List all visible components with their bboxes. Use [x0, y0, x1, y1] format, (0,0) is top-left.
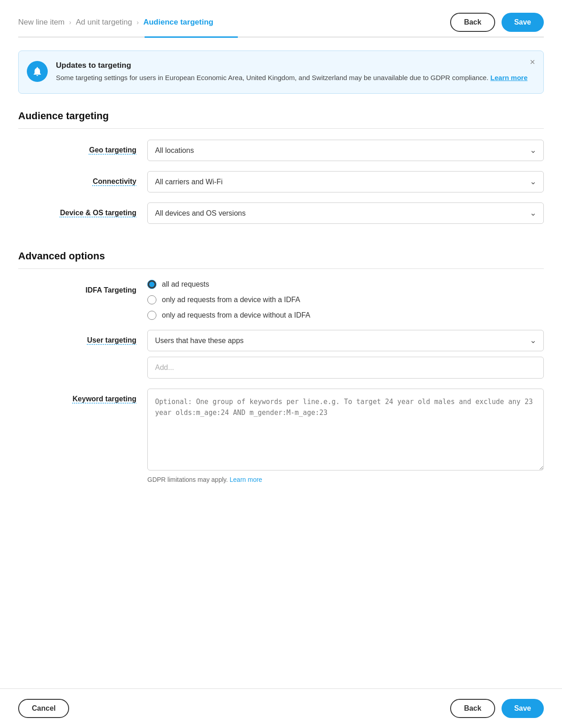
connectivity-select[interactable]: All carriers and Wi-Fi	[147, 171, 544, 192]
banner-learn-more[interactable]: Learn more	[491, 74, 528, 81]
breadcrumb-sep-2: ›	[137, 19, 139, 26]
geo-targeting-select[interactable]: All locations	[147, 140, 544, 161]
device-os-targeting-row: Device & OS targeting All devices and OS…	[18, 202, 544, 224]
idfa-targeting-control: all ad requests only ad requests from a …	[147, 280, 544, 320]
advanced-options-form: IDFA Targeting all ad requests only ad r…	[0, 269, 562, 483]
audience-targeting-title: Audience targeting	[0, 94, 562, 122]
banner-title: Updates to targeting	[56, 61, 532, 70]
footer-save-button[interactable]: Save	[502, 699, 544, 718]
breadcrumb-item-3-active[interactable]: Audience targeting	[143, 18, 213, 27]
breadcrumb-sep-1: ›	[69, 19, 71, 26]
banner-icon	[27, 61, 48, 82]
connectivity-control: All carriers and Wi-Fi ⌄	[147, 171, 544, 192]
device-os-targeting-label: Device & OS targeting	[18, 209, 136, 217]
geo-targeting-row: Geo targeting All locations ⌄	[18, 140, 544, 161]
nav-underline-bar	[18, 36, 544, 38]
keyword-targeting-row: Keyword targeting GDPR limitations may a…	[18, 389, 544, 483]
header-save-button[interactable]: Save	[502, 13, 544, 32]
user-targeting-label: User targeting	[18, 330, 136, 344]
active-tab-underline	[145, 36, 238, 38]
idfa-radio-all-input[interactable]	[147, 280, 156, 289]
connectivity-select-wrapper: All carriers and Wi-Fi ⌄	[147, 171, 544, 192]
breadcrumb-item-1[interactable]: New line item	[18, 18, 65, 27]
user-targeting-control: Users that have these apps ⌄	[147, 330, 544, 379]
advanced-options-title: Advanced options	[0, 234, 562, 262]
user-targeting-select[interactable]: Users that have these apps	[147, 330, 544, 351]
advanced-options-section: Advanced options IDFA Targeting all ad r…	[0, 234, 562, 548]
banner-description: Some targeting settings for users in Eur…	[56, 73, 532, 83]
banner-text: Updates to targeting Some targeting sett…	[56, 61, 532, 83]
gdpr-learn-more[interactable]: Learn more	[230, 476, 262, 483]
banner-close-button[interactable]: ×	[530, 57, 535, 66]
user-targeting-add-input[interactable]	[147, 357, 544, 379]
idfa-targeting-row: IDFA Targeting all ad requests only ad r…	[18, 280, 544, 320]
idfa-targeting-label: IDFA Targeting	[18, 280, 136, 294]
geo-targeting-control: All locations ⌄	[147, 140, 544, 161]
device-os-select[interactable]: All devices and OS versions	[147, 202, 544, 224]
header-actions: Back Save	[450, 13, 544, 32]
footer-back-button[interactable]: Back	[450, 699, 495, 718]
idfa-radio-group: all ad requests only ad requests from a …	[147, 280, 544, 320]
gdpr-banner: Updates to targeting Some targeting sett…	[18, 51, 544, 94]
header: New line item › Ad unit targeting › Audi…	[0, 0, 562, 32]
idfa-radio-without[interactable]: only ad requests from a device without a…	[147, 311, 544, 320]
geo-targeting-select-wrapper: All locations ⌄	[147, 140, 544, 161]
bell-icon	[32, 66, 43, 77]
idfa-radio-all-label: all ad requests	[162, 280, 209, 288]
gdpr-text: GDPR limitations may apply.	[147, 476, 228, 483]
cancel-button[interactable]: Cancel	[18, 699, 69, 718]
idfa-radio-with-input[interactable]	[147, 295, 156, 304]
connectivity-label: Connectivity	[18, 177, 136, 186]
keyword-targeting-label: Keyword targeting	[18, 389, 136, 403]
breadcrumb: New line item › Ad unit targeting › Audi…	[18, 18, 213, 27]
geo-targeting-label: Geo targeting	[18, 146, 136, 154]
device-os-targeting-control: All devices and OS versions ⌄	[147, 202, 544, 224]
footer: Cancel Back Save	[0, 688, 562, 728]
footer-right-actions: Back Save	[450, 699, 544, 718]
connectivity-row: Connectivity All carriers and Wi-Fi ⌄	[18, 171, 544, 192]
device-os-select-wrapper: All devices and OS versions ⌄	[147, 202, 544, 224]
idfa-radio-without-input[interactable]	[147, 311, 156, 320]
keyword-targeting-textarea[interactable]	[147, 389, 544, 470]
user-targeting-row: User targeting Users that have these app…	[18, 330, 544, 379]
idfa-radio-without-label: only ad requests from a device without a…	[162, 311, 310, 319]
header-back-button[interactable]: Back	[450, 13, 495, 32]
idfa-radio-all[interactable]: all ad requests	[147, 280, 544, 289]
idfa-radio-with-label: only ad requests from a device with a ID…	[162, 296, 300, 304]
audience-targeting-form: Geo targeting All locations ⌄ Connectivi…	[0, 129, 562, 224]
keyword-targeting-control: GDPR limitations may apply. Learn more	[147, 389, 544, 483]
user-targeting-select-wrapper: Users that have these apps ⌄	[147, 330, 544, 351]
gdpr-line: GDPR limitations may apply. Learn more	[147, 476, 544, 483]
breadcrumb-item-2[interactable]: Ad unit targeting	[76, 18, 132, 27]
idfa-radio-with[interactable]: only ad requests from a device with a ID…	[147, 295, 544, 304]
